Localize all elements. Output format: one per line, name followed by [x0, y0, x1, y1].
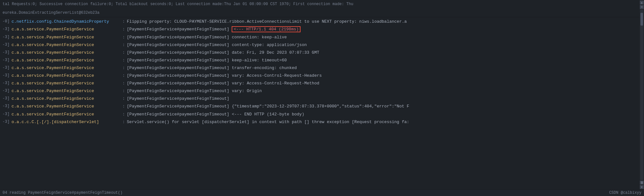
class-name: o.a.c.c.C.[.[/].[dispatcherServlet] [12, 119, 120, 126]
separator: : [120, 72, 127, 79]
scrollbar-track[interactable] [640, 10, 643, 180]
class-name: c.a.s.service.PaymentFeignService [12, 103, 120, 110]
log-line: -3]c.a.s.service.PaymentFeignService : [… [0, 64, 644, 72]
log-container: tal Requests:0; Successive connection fa… [0, 0, 644, 196]
bottom-bar-left: 04 reading PaymentFeignService#paymentFe… [3, 191, 122, 195]
line-prefix: -3] [1, 42, 12, 48]
separator: : [120, 26, 127, 33]
class-name: c.netflix.config.ChainedDynamicProperty [12, 18, 120, 25]
log-line: -3]c.a.s.service.PaymentFeignService : [… [0, 103, 644, 110]
log-line: -3]c.a.s.service.PaymentFeignService : [… [0, 111, 644, 118]
scroll-up-button[interactable]: ▲ [640, 1, 644, 4]
delete-icon[interactable]: 🗑 [640, 181, 644, 184]
log-message: [PaymentFeignService#paymentFeignTimeout… [127, 65, 644, 72]
log-message: [PaymentFeignService#paymentFeignTimeout… [127, 57, 644, 64]
top-bar: tal Requests:0; Successive connection fa… [0, 0, 644, 9]
line-prefix: -3] [1, 119, 12, 125]
class-name: c.a.s.service.PaymentFeignService [12, 72, 120, 79]
log-line: -3]c.a.s.service.PaymentFeignService : [… [0, 87, 644, 95]
separator: : [120, 65, 127, 72]
separator: : [120, 103, 127, 110]
scrollbar-thumb[interactable] [640, 13, 643, 26]
class-name: c.a.s.service.PaymentFeignService [12, 88, 120, 95]
log-line: -3]c.a.s.service.PaymentFeignService : [… [0, 41, 644, 49]
separator: : [120, 111, 127, 118]
log-message: [PaymentFeignService#paymentFeignTimeout… [127, 49, 644, 56]
class-name: c.a.s.service.PaymentFeignService [12, 57, 120, 64]
log-message: [PaymentFeignService#paymentFeignTimeout… [127, 80, 644, 87]
scrollbar[interactable]: ▲ ⊞ 🗑 ▼ [640, 0, 644, 190]
log-message: [PaymentFeignService#paymentFeignTimeout… [127, 34, 644, 41]
scroll-down-button[interactable]: ▼ [640, 185, 644, 189]
log-message: [PaymentFeignService#paymentFeignTimeout… [127, 103, 644, 110]
log-message: [PaymentFeignService#paymentFeignTimeout… [127, 72, 644, 79]
class-name: c.a.s.service.PaymentFeignService [12, 26, 120, 33]
line-prefix: -3] [1, 111, 12, 118]
class-name: c.a.s.service.PaymentFeignService [12, 95, 120, 102]
line-prefix: -3] [1, 95, 12, 102]
line-prefix: -3] [1, 88, 12, 94]
separator: : [120, 80, 127, 87]
class-name: c.a.s.service.PaymentFeignService [12, 111, 120, 118]
log-line: -0]c.netflix.config.ChainedDynamicProper… [0, 18, 644, 26]
top-bar-text: tal Requests:0; Successive connection fa… [3, 2, 353, 6]
bottom-bar: 04 reading PaymentFeignService#paymentFe… [0, 189, 644, 196]
line-prefix: -3] [1, 65, 12, 71]
log-message: [PaymentFeignService#paymentFeignTimeout… [127, 88, 644, 95]
log-line: -3]o.a.c.c.C.[.[/].[dispatcherServlet] :… [0, 118, 644, 126]
http-status-badge: <--- HTTP/1.1 404 (2198ms) [232, 26, 301, 32]
second-bar-text: eureka.DomainExtractingServerList@632eb2… [3, 11, 99, 15]
line-prefix: -3] [1, 26, 12, 33]
log-line: -3]c.a.s.service.PaymentFeignService : [… [0, 72, 644, 80]
line-prefix: -0] [1, 18, 12, 25]
log-line: -3]c.a.s.service.PaymentFeignService : [… [0, 26, 644, 33]
scroll-to-top-button[interactable]: ⊞ [640, 5, 644, 9]
log-line: -3]c.a.s.service.PaymentFeignService : [… [0, 95, 644, 103]
line-prefix: -3] [1, 103, 12, 110]
separator: : [120, 49, 127, 56]
separator: : [120, 57, 127, 64]
log-line: -3]c.a.s.service.PaymentFeignService : [… [0, 34, 644, 41]
class-name: c.a.s.service.PaymentFeignService [12, 34, 120, 41]
second-bar: eureka.DomainExtractingServerList@632eb2… [0, 9, 644, 17]
log-message: Flipping property: CLOUD-PAYMENT-SERVICE… [127, 18, 644, 25]
log-lines: -0]c.netflix.config.ChainedDynamicProper… [0, 17, 644, 126]
separator: : [120, 18, 127, 25]
line-prefix: -3] [1, 80, 12, 87]
log-line: -3]c.a.s.service.PaymentFeignService : [… [0, 57, 644, 64]
log-message: [PaymentFeignService#paymentFeignTimeout… [127, 111, 644, 118]
log-line: -3]c.a.s.service.PaymentFeignService : [… [0, 80, 644, 87]
log-message: [PaymentFeignService#paymentFeignTimeout… [127, 26, 644, 33]
log-line: -3]c.a.s.service.PaymentFeignService : [… [0, 49, 644, 57]
log-message: [PaymentFeignService#paymentFeignTimeout… [127, 42, 644, 49]
class-name: c.a.s.service.PaymentFeignService [12, 80, 120, 87]
line-prefix: -3] [1, 72, 12, 79]
separator: : [120, 42, 127, 49]
separator: : [120, 119, 127, 126]
log-message: [PaymentFeignService#paymentFeignTimeout… [127, 95, 644, 102]
class-name: c.a.s.service.PaymentFeignService [12, 42, 120, 49]
line-prefix: -3] [1, 34, 12, 41]
bottom-bar-right: CSDN @calbixyy [609, 191, 641, 195]
line-prefix: -3] [1, 57, 12, 64]
class-name: c.a.s.service.PaymentFeignService [12, 65, 120, 72]
log-message: Servlet.service() for servlet [dispatche… [127, 119, 644, 126]
separator: : [120, 88, 127, 95]
line-prefix: -3] [1, 49, 12, 56]
class-name: c.a.s.service.PaymentFeignService [12, 49, 120, 56]
separator: : [120, 34, 127, 41]
separator: : [120, 95, 127, 102]
